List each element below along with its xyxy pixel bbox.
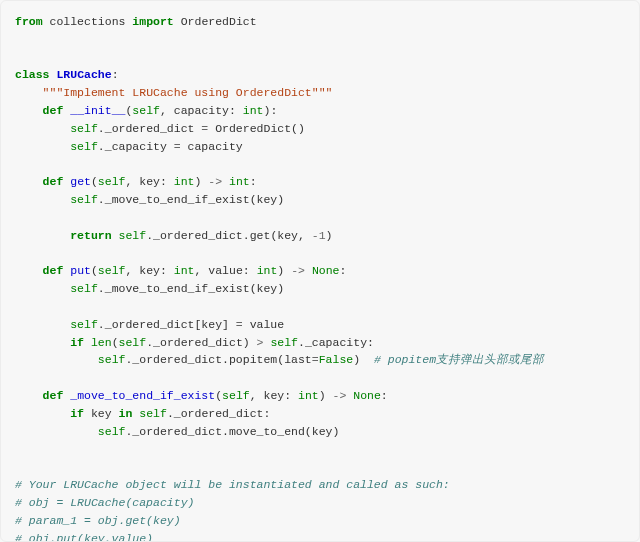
kw-in: in xyxy=(119,407,133,420)
code-block: from collections import OrderedDict clas… xyxy=(15,13,625,542)
num: 1 xyxy=(319,229,326,242)
type-int: int xyxy=(298,389,319,402)
self: self xyxy=(98,264,126,277)
type-int: int xyxy=(174,175,195,188)
line: """Implement LRUCache using OrderedDict"… xyxy=(15,86,332,99)
self: self xyxy=(119,336,147,349)
self: self xyxy=(98,175,126,188)
type-int: int xyxy=(174,264,195,277)
self: self xyxy=(222,389,250,402)
line: if len(self._ordered_dict) > self._capac… xyxy=(15,336,374,349)
comment: # obj = LRUCache(capacity) xyxy=(15,496,194,509)
kw-def: def xyxy=(43,264,64,277)
line: def __init__(self, capacity: int): xyxy=(15,104,277,117)
type-none: None xyxy=(312,264,340,277)
line: class LRUCache: xyxy=(15,68,119,81)
line: self._ordered_dict.popitem(last=False) #… xyxy=(15,353,544,366)
line: return self._ordered_dict.get(key, -1) xyxy=(15,229,333,242)
fn-get: get xyxy=(70,175,91,188)
kw-def: def xyxy=(43,175,64,188)
self: self xyxy=(132,104,160,117)
self: self xyxy=(70,282,98,295)
fn-init: __init__ xyxy=(70,104,125,117)
self: self xyxy=(270,336,298,349)
line: # Your LRUCache object will be instantia… xyxy=(15,478,450,491)
kw-if: if xyxy=(70,336,84,349)
kw-return: return xyxy=(70,229,111,242)
line: self._capacity = capacity xyxy=(15,140,243,153)
type-int: int xyxy=(243,104,264,117)
docstring: """Implement LRUCache using OrderedDict"… xyxy=(43,86,333,99)
self: self xyxy=(119,229,147,242)
line: def put(self, key: int, value: int) -> N… xyxy=(15,264,346,277)
line: from collections import OrderedDict xyxy=(15,15,257,28)
self: self xyxy=(70,193,98,206)
type-int: int xyxy=(229,175,250,188)
kw-from: from xyxy=(15,15,43,28)
comment: # Your LRUCache object will be instantia… xyxy=(15,478,450,491)
kw-if: if xyxy=(70,407,84,420)
kw-def: def xyxy=(43,104,64,117)
class-name: LRUCache xyxy=(56,68,111,81)
line: self._ordered_dict.move_to_end(key) xyxy=(15,425,339,438)
line: self._move_to_end_if_exist(key) xyxy=(15,193,284,206)
line: # obj = LRUCache(capacity) xyxy=(15,496,194,509)
line: def get(self, key: int) -> int: xyxy=(15,175,257,188)
bi-false: False xyxy=(319,353,354,366)
line: def _move_to_end_if_exist(self, key: int… xyxy=(15,389,388,402)
line: self._ordered_dict[key] = value xyxy=(15,318,284,331)
fn-put: put xyxy=(70,264,91,277)
kw-import: import xyxy=(132,15,173,28)
self: self xyxy=(70,140,98,153)
self: self xyxy=(70,318,98,331)
comment: # popitem支持弹出头部或尾部 xyxy=(374,353,544,366)
type-int: int xyxy=(257,264,278,277)
self: self xyxy=(98,425,126,438)
line: # param_1 = obj.get(key) xyxy=(15,514,181,527)
kw-class: class xyxy=(15,68,50,81)
import-name: OrderedDict xyxy=(181,15,257,28)
line: self._ordered_dict = OrderedDict() xyxy=(15,122,305,135)
bi-len: len xyxy=(91,336,112,349)
self: self xyxy=(139,407,167,420)
comment: # param_1 = obj.get(key) xyxy=(15,514,181,527)
comment: # obj.put(key,value) xyxy=(15,532,153,542)
line: if key in self._ordered_dict: xyxy=(15,407,270,420)
line: # obj.put(key,value) xyxy=(15,532,153,542)
line: self._move_to_end_if_exist(key) xyxy=(15,282,284,295)
kw-def: def xyxy=(43,389,64,402)
self: self xyxy=(98,353,126,366)
fn-move: _move_to_end_if_exist xyxy=(70,389,215,402)
type-none: None xyxy=(353,389,381,402)
self: self xyxy=(70,122,98,135)
module-name: collections xyxy=(50,15,126,28)
